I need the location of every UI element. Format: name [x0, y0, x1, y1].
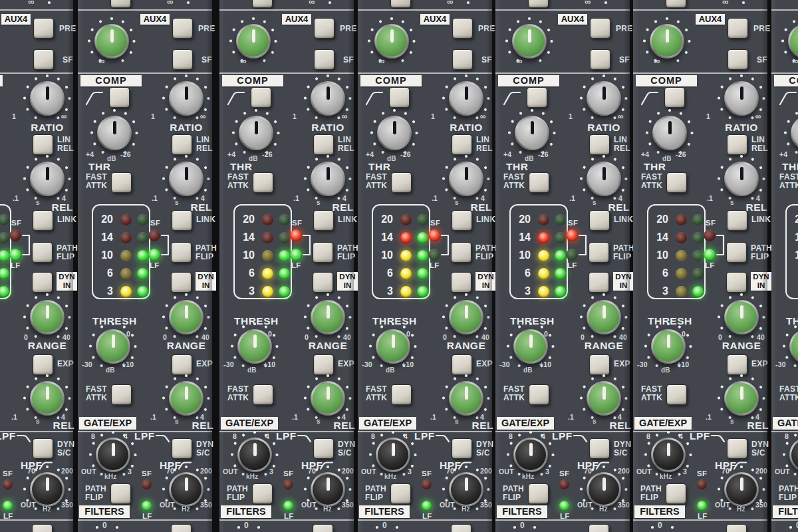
gate-release-knob[interactable] [724, 381, 759, 416]
comp-threshold-knob[interactable] [377, 116, 412, 150]
comp-link-button[interactable] [33, 210, 53, 231]
comp-lin-rel-button[interactable] [172, 134, 192, 155]
next-section-button[interactable] [589, 524, 609, 532]
comp-link-button[interactable] [727, 210, 747, 231]
aux3-sf-button[interactable] [252, 0, 273, 8]
aux4-pre-button[interactable] [172, 18, 193, 39]
dyn-sc-button[interactable] [727, 438, 747, 459]
aux4-sf-button[interactable] [33, 49, 54, 70]
aux4-pre-button[interactable] [452, 18, 473, 39]
comp-fast-attack-button[interactable] [529, 172, 549, 193]
comp-lin-rel-button[interactable] [727, 134, 747, 155]
aux4-send-knob[interactable] [236, 24, 271, 59]
comp-knee-button[interactable] [527, 87, 547, 108]
comp-threshold-knob[interactable] [239, 116, 273, 150]
gate-fast-attack-button[interactable] [666, 384, 687, 405]
comp-link-button[interactable] [313, 210, 334, 231]
gate-range-knob[interactable] [169, 300, 203, 334]
comp-path-flip-button[interactable] [451, 242, 471, 263]
comp-link-button[interactable] [452, 210, 472, 231]
dyn-sc-button[interactable] [172, 438, 192, 459]
gate-exp-button[interactable] [313, 354, 334, 375]
aux4-send-knob[interactable] [94, 24, 129, 59]
gate-threshold-knob[interactable] [651, 329, 686, 364]
comp-threshold-knob[interactable] [652, 116, 687, 150]
next-section-button[interactable] [726, 524, 747, 532]
comp-knee-button[interactable] [664, 87, 685, 108]
comp-threshold-knob[interactable] [97, 116, 132, 150]
comp-knee-button[interactable] [389, 87, 410, 108]
comp-link-button[interactable] [172, 210, 192, 231]
aux4-pre-button[interactable] [33, 18, 54, 39]
next-section-button[interactable] [451, 524, 471, 532]
gate-release-knob[interactable] [169, 381, 203, 416]
aux4-pre-button[interactable] [590, 18, 610, 39]
gate-exp-button[interactable] [452, 354, 472, 375]
comp-ratio-knob[interactable] [724, 81, 759, 116]
comp-fast-attack-button[interactable] [253, 172, 273, 193]
lpf-knob[interactable] [376, 438, 410, 472]
gate-range-knob[interactable] [587, 300, 621, 334]
aux4-sf-button[interactable] [172, 49, 193, 70]
gate-range-knob[interactable] [30, 300, 65, 334]
aux4-pre-button[interactable] [314, 18, 334, 39]
gate-range-knob[interactable] [724, 300, 759, 334]
comp-lin-rel-button[interactable] [33, 134, 53, 155]
lpf-knob[interactable] [513, 438, 548, 472]
comp-release-knob[interactable] [30, 162, 65, 196]
comp-path-flip-button[interactable] [32, 242, 53, 263]
gate-release-knob[interactable] [449, 381, 483, 416]
aux4-sf-button[interactable] [314, 49, 334, 70]
dyn-sc-button[interactable] [589, 438, 610, 459]
dyn-in-button[interactable] [451, 272, 471, 293]
gate-exp-button[interactable] [172, 354, 192, 375]
comp-knee-button[interactable] [251, 87, 271, 108]
dyn-sc-button[interactable] [313, 438, 334, 459]
comp-link-button[interactable] [589, 210, 610, 231]
comp-path-flip-button[interactable] [171, 242, 192, 263]
filters-path-flip-button[interactable] [528, 483, 549, 504]
gate-release-knob[interactable] [30, 381, 65, 416]
dyn-in-button[interactable] [313, 272, 333, 293]
gate-release-knob[interactable] [587, 381, 621, 416]
gate-exp-button[interactable] [727, 354, 747, 375]
aux4-sf-button[interactable] [590, 49, 610, 70]
next-section-button[interactable] [32, 524, 53, 532]
comp-fast-attack-button[interactable] [666, 172, 687, 193]
gate-fast-attack-button[interactable] [111, 384, 132, 405]
gate-range-knob[interactable] [311, 300, 345, 334]
lpf-knob[interactable] [651, 438, 686, 472]
dyn-sc-button[interactable] [452, 438, 472, 459]
aux3-sf-button[interactable] [110, 0, 131, 8]
comp-path-flip-button[interactable] [726, 242, 747, 263]
comp-lin-rel-button[interactable] [313, 134, 334, 155]
gate-exp-button[interactable] [33, 354, 53, 375]
gate-threshold-knob[interactable] [513, 329, 548, 364]
next-section-button[interactable] [171, 524, 192, 532]
aux4-send-knob[interactable] [374, 24, 409, 59]
aux4-send-knob[interactable] [788, 24, 798, 59]
filters-path-flip-button[interactable] [666, 483, 686, 504]
aux4-sf-button[interactable] [452, 49, 473, 70]
aux4-sf-button[interactable] [728, 49, 748, 70]
comp-threshold-knob[interactable] [791, 116, 798, 150]
aux4-pre-button[interactable] [728, 18, 748, 39]
gate-fast-attack-button[interactable] [529, 384, 549, 405]
gate-fast-attack-button[interactable] [253, 384, 273, 405]
comp-path-flip-button[interactable] [589, 242, 609, 263]
comp-ratio-knob[interactable] [311, 81, 345, 116]
gate-threshold-knob[interactable] [789, 329, 798, 364]
comp-fast-attack-button[interactable] [111, 172, 132, 193]
filters-path-flip-button[interactable] [252, 483, 273, 504]
comp-release-knob[interactable] [587, 162, 621, 196]
comp-ratio-knob[interactable] [449, 81, 483, 116]
aux3-sf-button[interactable] [666, 0, 686, 8]
comp-fast-attack-button[interactable] [391, 172, 412, 193]
gate-release-knob[interactable] [311, 381, 345, 416]
comp-ratio-knob[interactable] [587, 81, 621, 116]
gate-range-knob[interactable] [449, 300, 483, 334]
gate-exp-button[interactable] [589, 354, 610, 375]
comp-lin-rel-button[interactable] [452, 134, 472, 155]
aux4-send-knob[interactable] [650, 24, 684, 59]
aux3-sf-button[interactable] [528, 0, 549, 8]
